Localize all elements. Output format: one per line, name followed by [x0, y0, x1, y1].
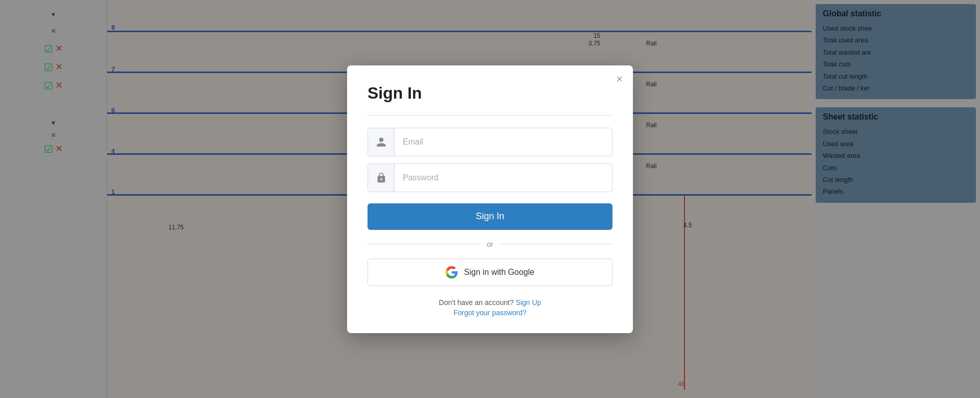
sign-in-button[interactable]: Sign In: [368, 203, 612, 230]
modal-title: Sign In: [368, 84, 612, 103]
or-text: or: [487, 240, 493, 248]
modal-footer: Don't have an account? Sign Up Forgot yo…: [368, 298, 612, 317]
footer-text: Don't have an account?: [439, 298, 514, 307]
forgot-link-wrapper: Forgot your password?: [368, 309, 612, 317]
password-input-group: [368, 163, 612, 192]
title-divider: [368, 115, 612, 115]
or-line-right: [499, 244, 612, 244]
lock-icon: [368, 164, 395, 192]
user-svg: [376, 136, 387, 148]
modal-overlay: × Sign In Sign In: [0, 0, 980, 398]
google-button-label: Sign in with Google: [464, 268, 534, 277]
email-input-group: [368, 128, 612, 156]
lock-svg: [376, 172, 387, 183]
user-icon: [368, 128, 395, 156]
email-field[interactable]: [395, 128, 612, 156]
google-icon: [446, 266, 458, 278]
sign-up-link[interactable]: Sign Up: [516, 298, 541, 307]
password-field[interactable]: [395, 164, 612, 192]
google-sign-in-button[interactable]: Sign in with Google: [368, 259, 612, 286]
close-button[interactable]: ×: [616, 74, 623, 85]
forgot-password-link[interactable]: Forgot your password?: [453, 309, 526, 317]
or-line-left: [368, 244, 481, 244]
sign-in-modal: × Sign In Sign In: [347, 65, 633, 333]
or-divider: or: [368, 240, 612, 248]
